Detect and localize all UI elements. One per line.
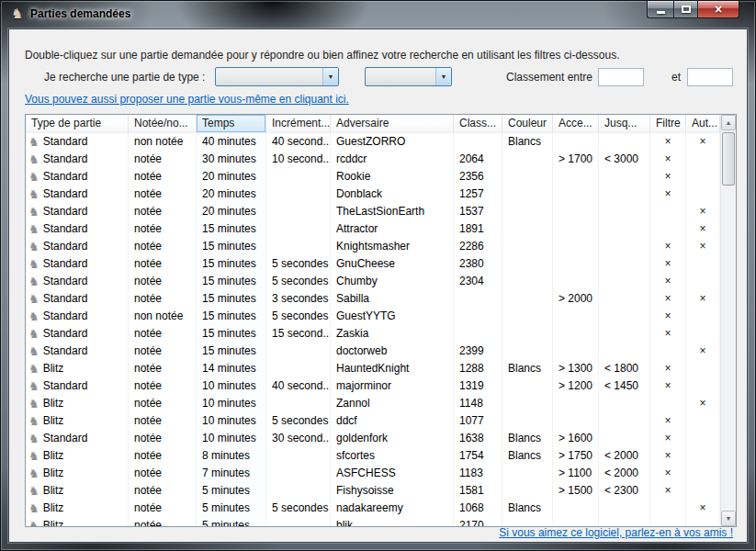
cell-time: 5 minutes: [197, 500, 266, 517]
combo-dropdown-button[interactable]: ▼: [322, 68, 338, 85]
knight-icon: ♞: [28, 276, 39, 287]
table-row[interactable]: ♞Standardnotée20 minutesRookie2356×: [26, 168, 720, 186]
table-row[interactable]: ♞Blitznotée14 minutesHauntedKnight1288Bl…: [26, 360, 720, 377]
close-button[interactable]: ×: [698, 1, 739, 18]
rating-min-input[interactable]: [598, 68, 644, 86]
cell-auto: ×: [686, 203, 720, 220]
knight-icon: ♞: [28, 467, 39, 479]
rating-max-input[interactable]: [687, 68, 733, 86]
table-row[interactable]: ♞Blitznotée8 minutessfcortes1754Blancs> …: [26, 447, 720, 465]
cell-adversary: Knightsmasher: [331, 238, 454, 255]
cell-color: [502, 412, 553, 430]
cell-time: 10 minutes: [197, 430, 266, 447]
table-row[interactable]: ♞Standardnon notée15 minutes5 secondesGu…: [26, 308, 720, 325]
cell-accept-min: [553, 133, 599, 151]
table-row[interactable]: ♞Standardnotée15 minutes5 secondesChumby…: [26, 273, 720, 290]
cell-auto: [686, 308, 720, 325]
cell-increment: [266, 360, 331, 377]
cell-accept-max: [599, 238, 650, 255]
column-header-auto[interactable]: Aut...: [686, 115, 720, 133]
vertical-scrollbar[interactable]: ▲ ▼: [720, 115, 736, 526]
cell-filter: [650, 517, 686, 526]
column-header-time[interactable]: Temps: [197, 115, 266, 133]
cell-adversary: GnuCheese: [331, 255, 454, 273]
cell-color: [502, 151, 553, 168]
knight-icon: ♞: [28, 380, 39, 392]
cell-accept-max: < 2000: [599, 447, 650, 465]
cell-accept-max: [599, 273, 650, 290]
table-row[interactable]: ♞Standardnotée15 minutes5 secondesGnuChe…: [26, 255, 720, 273]
minimize-button[interactable]: [647, 1, 673, 18]
cell-auto: [686, 482, 720, 500]
cell-accept-max: [599, 168, 650, 186]
column-header-increment[interactable]: Incrément...: [266, 115, 331, 133]
cell-rating: 1257: [454, 186, 502, 203]
cell-color: [502, 220, 553, 238]
table-row[interactable]: ♞Standardnotée20 minutesDonblack1257×: [26, 186, 720, 203]
cell-rated: notée: [129, 465, 197, 482]
table-row[interactable]: ♞Blitznotée10 minutes5 secondesddcf1077×: [26, 412, 720, 430]
cell-accept-max: < 2000: [599, 465, 650, 482]
game-subtype-select[interactable]: ▼: [365, 67, 452, 86]
share-link[interactable]: Si vous aimez ce logiciel, parlez-en à v…: [499, 526, 733, 539]
table-row[interactable]: ♞Standardnotée30 minutes10 second...rcdd…: [26, 151, 720, 168]
table-row[interactable]: ♞Blitznotée7 minutesASFCHESS1183> 1100< …: [26, 465, 720, 482]
table-row[interactable]: ♞Standardnotée15 minutesdoctorweb2399×: [26, 343, 720, 360]
table-row[interactable]: ♞Blitznotée5 minutesFishysoisse1581> 150…: [26, 482, 720, 500]
cell-color: Blancs: [502, 500, 553, 517]
column-header-adversary[interactable]: Adversaire: [331, 115, 454, 133]
cell-color: [502, 325, 553, 343]
table-row[interactable]: ♞Standardnotée20 minutesTheLastSionEarth…: [26, 203, 720, 220]
cell-rated: notée: [129, 255, 197, 273]
column-header-accept-min[interactable]: Acce...: [553, 115, 599, 133]
table-row[interactable]: ♞Blitznotée5 minutesblik2170: [26, 517, 720, 526]
scrollbar-thumb[interactable]: [722, 132, 735, 186]
cell-accept-min: > 1200: [553, 377, 599, 395]
combo-dropdown-button[interactable]: ▼: [435, 68, 451, 85]
cell-color: [502, 517, 553, 526]
cell-increment: 15 second...: [266, 325, 331, 343]
cell-type: ♞Blitz: [26, 465, 129, 482]
table-body: ♞Standardnon notée40 minutes40 second...…: [26, 133, 720, 526]
column-header-type[interactable]: Type de partie: [26, 115, 129, 133]
cell-accept-max: [599, 517, 650, 526]
propose-game-link[interactable]: Vous pouvez aussi proposer une partie vo…: [25, 93, 349, 106]
column-header-accept-max[interactable]: Jusq...: [599, 115, 650, 133]
table-row[interactable]: ♞Blitznotée5 minutes5 secondesnadakareem…: [26, 500, 720, 517]
table-row[interactable]: ♞Standardnotée15 minutes3 secondesSabill…: [26, 290, 720, 308]
table-row[interactable]: ♞Standardnotée15 minutesKnightsmasher228…: [26, 238, 720, 255]
cell-rating: 1148: [454, 395, 502, 412]
table-row[interactable]: ♞Standardnotée15 minutes15 second...Zask…: [26, 325, 720, 343]
table-row[interactable]: ♞Standardnotée10 minutes40 second...majo…: [26, 377, 720, 395]
column-header-filter[interactable]: Filtre: [650, 115, 686, 133]
table-row[interactable]: ♞Standardnotée10 minutes30 second...gold…: [26, 430, 720, 447]
cell-filter: ×: [650, 482, 686, 500]
column-header-color[interactable]: Couleur: [502, 115, 553, 133]
cell-time: 40 minutes: [197, 133, 266, 151]
table-row[interactable]: ♞Standardnotée15 minutesAttractor1891×: [26, 220, 720, 238]
cell-time: 20 minutes: [197, 203, 266, 220]
cell-rating: 2064: [454, 151, 502, 168]
scroll-up-button[interactable]: ▲: [721, 115, 736, 130]
table-row[interactable]: ♞Standardnon notée40 minutes40 second...…: [26, 133, 720, 151]
window-controls: ×: [647, 1, 739, 18]
table-header-row: Type de partieNotée/no...TempsIncrément.…: [26, 115, 720, 133]
cell-accept-max: < 1450: [599, 377, 650, 395]
cell-increment: 5 secondes: [266, 308, 331, 325]
column-header-rated[interactable]: Notée/no...: [129, 115, 197, 133]
cell-adversary: Chumby: [331, 273, 454, 290]
maximize-button[interactable]: [673, 1, 698, 18]
maximize-icon: [682, 6, 691, 13]
cell-auto: [686, 447, 720, 465]
knight-icon: ♞: [28, 328, 39, 340]
column-header-rating[interactable]: Class...: [454, 115, 502, 133]
knight-icon: ♞: [28, 153, 39, 165]
game-type-select[interactable]: ▼: [215, 67, 339, 86]
cell-color: [502, 255, 553, 273]
scroll-down-button[interactable]: ▼: [721, 511, 736, 526]
table-row[interactable]: ♞Blitznotée10 minutesZannol1148×: [26, 395, 720, 412]
cell-auto: ×: [686, 290, 720, 308]
cell-adversary: Fishysoisse: [331, 482, 454, 500]
titlebar[interactable]: ♞ Parties demandées ×: [1, 1, 755, 28]
cell-rating: 2304: [454, 273, 502, 290]
